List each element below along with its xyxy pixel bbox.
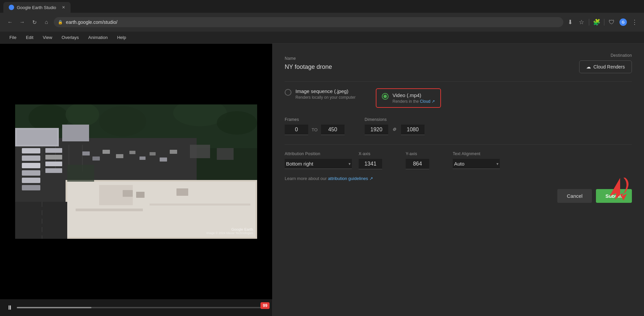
svg-rect-24 <box>45 155 62 160</box>
svg-rect-46 <box>190 145 210 158</box>
render-option-video-text: Video (.mp4) Renders in the Cloud ↗ <box>393 92 435 104</box>
svg-rect-47 <box>217 148 234 160</box>
xaxis-group: X-axis <box>359 151 399 169</box>
yaxis-group: Y-axis <box>406 151 446 169</box>
frames-dims-row: Frames TO Dimensions <box>285 117 632 135</box>
svg-rect-39 <box>76 209 143 211</box>
timeline-progress: 99 <box>17 307 91 308</box>
back-button[interactable]: ← <box>5 17 15 27</box>
render-option-video-container[interactable]: Video (.mp4) Renders in the Cloud ↗ <box>376 88 441 108</box>
tab-close-icon[interactable]: ✕ <box>62 5 65 10</box>
image-sequence-subtitle: Renders locally on your computer <box>295 95 356 100</box>
frame-end-input[interactable] <box>321 125 345 135</box>
watermark-line1: Google Earth <box>206 227 253 231</box>
text-alignment-label: Text Alignment <box>453 151 500 156</box>
home-icon: ⌂ <box>45 19 48 25</box>
attribution-guidelines-link[interactable]: attribution guidelines ↗ <box>328 176 373 181</box>
svg-rect-27 <box>82 151 90 155</box>
menu-animation[interactable]: Animation <box>84 34 112 41</box>
bookmark-icon[interactable]: ☆ <box>577 18 586 26</box>
separator2 <box>604 19 604 26</box>
frames-section: Frames TO <box>285 117 345 135</box>
dim-height-input[interactable] <box>401 125 425 135</box>
menu-bar: File Edit View Overlays Animation Help <box>0 32 644 44</box>
subtitle-prefix: Renders in the <box>393 99 420 104</box>
to-label: TO <box>312 127 318 132</box>
menu-view[interactable]: View <box>39 34 56 41</box>
svg-point-8 <box>217 111 257 135</box>
home-button[interactable]: ⌂ <box>42 17 51 27</box>
svg-rect-41 <box>123 190 133 197</box>
render-type-row: Image sequence (.jpeg) Renders locally o… <box>285 88 632 108</box>
video-mp4-subtitle: Renders in the Cloud ↗ <box>393 99 435 104</box>
svg-rect-21 <box>22 178 40 183</box>
attribution-row: Attribution Position Bottom right Bottom… <box>285 151 632 169</box>
destination-btn-label: Cloud Renders <box>594 64 625 70</box>
dims-inputs <box>365 125 425 135</box>
tab-favicon <box>9 5 14 10</box>
cloud-icon: ☁ <box>586 64 591 70</box>
divider-2 <box>285 144 632 145</box>
image-sequence-title: Image sequence (.jpeg) <box>295 88 356 94</box>
name-destination-row: Name NY footage drone Destination ☁ Clou… <box>285 53 632 73</box>
back-icon: ← <box>7 19 13 25</box>
radio-video-mp4[interactable] <box>382 93 389 100</box>
divider-1 <box>285 81 632 82</box>
attribution-position-select[interactable]: Bottom right Bottom left Top right Top l… <box>285 159 352 169</box>
render-option-video[interactable]: Video (.mp4) Renders in the Cloud ↗ <box>382 92 435 104</box>
pause-icon: ⏸ <box>7 304 13 311</box>
watermark-line2: Image © 2024 Maxar Technologies <box>206 231 253 235</box>
svg-rect-23 <box>45 148 62 153</box>
yaxis-input[interactable] <box>406 159 429 169</box>
red-arrow-svg <box>603 178 630 201</box>
main-layout: Google Earth Image © 2024 Maxar Technolo… <box>0 44 644 316</box>
timeline-track[interactable]: 99 <box>17 307 266 308</box>
aerial-scene-svg <box>15 104 257 239</box>
attribution-position-label: Attribution Position <box>285 151 352 156</box>
browser-tab[interactable]: Google Earth Studio ✕ <box>3 2 71 13</box>
cancel-button[interactable]: Cancel <box>557 189 592 203</box>
video-thumbnail: Google Earth Image © 2024 Maxar Technolo… <box>15 104 257 239</box>
shield-icon[interactable]: 🛡 <box>608 18 616 26</box>
frame-badge: 99 <box>260 302 270 309</box>
video-area: Google Earth Image © 2024 Maxar Technolo… <box>0 44 272 299</box>
render-option-image-sequence[interactable]: Image sequence (.jpeg) Renders locally o… <box>285 88 356 100</box>
right-panel: Name NY footage drone Destination ☁ Clou… <box>272 44 644 316</box>
name-field-group: Name NY footage drone <box>285 56 332 71</box>
aerial-background <box>15 104 257 239</box>
svg-rect-25 <box>45 162 62 166</box>
cloud-link-text: Cloud <box>420 99 430 104</box>
menu-edit[interactable]: Edit <box>22 34 37 41</box>
pause-button[interactable]: ⏸ <box>7 304 13 311</box>
text-alignment-select[interactable]: Auto Left Right Center <box>453 159 500 169</box>
dimensions-label: Dimensions <box>365 117 425 122</box>
menu-file[interactable]: File <box>5 34 21 41</box>
profile-icon[interactable]: G <box>619 18 627 26</box>
yaxis-label: Y-axis <box>406 151 446 156</box>
download-icon[interactable]: ⬇ <box>566 18 574 26</box>
svg-rect-32 <box>139 156 146 160</box>
destination-button[interactable]: ☁ Cloud Renders <box>579 60 632 73</box>
cloud-link[interactable]: Cloud ↗ <box>420 99 435 104</box>
xaxis-input[interactable] <box>359 159 382 169</box>
frame-start-input[interactable] <box>285 125 308 135</box>
name-value: NY footage drone <box>285 63 332 71</box>
menu-overlays[interactable]: Overlays <box>57 34 83 41</box>
address-bar-container: 🔒 <box>54 17 563 27</box>
video-mp4-title: Video (.mp4) <box>393 92 435 98</box>
address-input[interactable] <box>54 17 563 27</box>
svg-rect-34 <box>160 157 167 162</box>
more-menu-icon[interactable]: ⋮ <box>631 18 639 26</box>
reload-button[interactable]: ↻ <box>30 17 39 27</box>
attribution-position-group: Attribution Position Bottom right Bottom… <box>285 151 352 169</box>
text-alignment-group: Text Alignment Auto Left Right Center ▾ <box>453 151 500 169</box>
extensions-icon[interactable]: 🧩 <box>593 18 601 26</box>
svg-rect-22 <box>22 185 40 190</box>
dim-width-input[interactable] <box>365 125 388 135</box>
radio-image-sequence[interactable] <box>285 89 291 96</box>
destination-label: Destination <box>611 53 632 58</box>
external-link-icon: ↗ <box>432 99 435 104</box>
video-watermark: Google Earth Image © 2024 Maxar Technolo… <box>206 227 253 235</box>
menu-help[interactable]: Help <box>113 34 130 41</box>
forward-button[interactable]: → <box>17 17 27 27</box>
